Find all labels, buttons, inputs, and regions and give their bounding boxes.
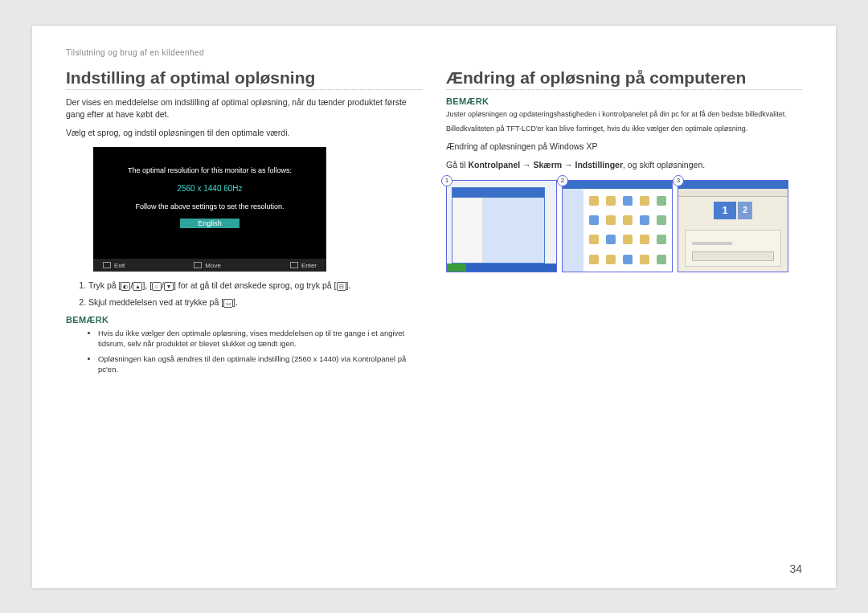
note-list-left: Hvis du ikke vælger den optimale opløsni… bbox=[98, 328, 422, 375]
osd-resolution: 2560 x 1440 60Hz bbox=[177, 184, 242, 193]
page-number: 34 bbox=[789, 562, 802, 575]
enter-icon bbox=[290, 262, 298, 268]
exit-icon bbox=[103, 262, 111, 268]
screenshot-number-1: 1 bbox=[441, 175, 452, 186]
screenshot-3-wrap: 3 1 2 bbox=[678, 180, 788, 272]
osd-exit-label: Exit bbox=[114, 262, 125, 269]
osd-language-button: English bbox=[180, 219, 240, 228]
right-heading: Ændring af opløsning på computeren bbox=[446, 68, 802, 90]
osd-line-2: Follow the above settings to set the res… bbox=[135, 202, 284, 210]
screenshot-start-menu bbox=[446, 180, 557, 272]
right-column: Ændring af opløsning på computeren BEMÆR… bbox=[446, 68, 802, 572]
monitor-1-icon: 1 bbox=[714, 202, 736, 219]
down-arrow-icon: ▼ bbox=[164, 282, 174, 291]
instruction-steps: Tryk på [◐/▲], [☼/▼] for at gå til det ø… bbox=[88, 280, 422, 308]
step-1: Tryk på [◐/▲], [☼/▼] for at gå til det ø… bbox=[88, 280, 422, 292]
intro-paragraph-1: Der vises en meddelelse om indstilling a… bbox=[66, 96, 422, 121]
subheading: Ændring af opløsningen på Windows XP bbox=[446, 141, 802, 153]
screenshot-2-wrap: 2 bbox=[562, 180, 673, 272]
left-column: Indstilling af optimal opløsning Der vis… bbox=[66, 68, 422, 572]
monitor-osd-figure: The optimal resolution for this monitor … bbox=[93, 147, 326, 272]
osd-move-label: Move bbox=[205, 262, 221, 269]
note-item-2: Opløsningen kan også ændres til den opti… bbox=[98, 353, 422, 375]
osd-line-1: The optimal resolution for this monitor … bbox=[128, 166, 292, 174]
left-heading: Indstilling af optimal opløsning bbox=[66, 68, 422, 90]
screenshot-display-properties: 1 2 bbox=[678, 180, 788, 272]
breadcrumb: Tilslutning og brug af en kildeenhed bbox=[66, 48, 802, 57]
screenshot-1-wrap: 1 bbox=[446, 180, 557, 272]
manual-page: Tilslutning og brug af en kildeenhed Ind… bbox=[32, 26, 836, 588]
two-column-layout: Indstilling af optimal opløsning Der vis… bbox=[66, 68, 802, 572]
monitor-2-icon: 2 bbox=[738, 202, 752, 219]
osd-bottom-bar: Exit Move Enter bbox=[93, 259, 326, 272]
source-icon: ⊟ bbox=[337, 282, 346, 291]
screenshot-number-3: 3 bbox=[673, 175, 684, 186]
screenshot-number-2: 2 bbox=[557, 175, 568, 186]
step-2: Skjul meddelelsen ved at trykke på [▭]. bbox=[88, 296, 422, 309]
right-note-2: Billedkvaliteten på TFT-LCD'er kan blive… bbox=[446, 124, 802, 134]
osd-enter-label: Enter bbox=[301, 262, 317, 269]
note-item-1: Hvis du ikke vælger den optimale opløsni… bbox=[98, 328, 422, 349]
screenshot-control-panel bbox=[562, 180, 673, 272]
screenshot-row: 1 2 3 bbox=[446, 180, 802, 272]
intro-paragraph-2: Vælg et sprog, og indstil opløsningen ti… bbox=[66, 127, 422, 139]
volume-up-icon: ◐ bbox=[121, 282, 130, 291]
up-arrow-icon: ▲ bbox=[133, 282, 142, 291]
right-note-1: Juster opløsningen og opdateringshastigh… bbox=[446, 109, 802, 120]
note-label-left: BEMÆRK bbox=[66, 315, 422, 325]
note-label-right: BEMÆRK bbox=[446, 96, 802, 106]
bright-icon: ☼ bbox=[152, 282, 162, 291]
menu-icon: ▭ bbox=[223, 299, 233, 308]
move-icon bbox=[194, 262, 202, 268]
navigation-path: Gå til Kontrolpanel → Skærm → Indstillin… bbox=[446, 159, 802, 172]
